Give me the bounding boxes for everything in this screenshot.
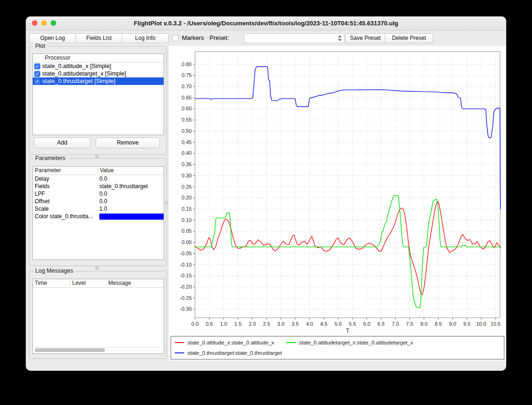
log-horizontal-scrollbar-thumb[interactable] [35, 348, 105, 352]
legend-label: state_0.attitude_x:state_0.attitude_x [187, 340, 274, 345]
svg-text:4.5: 4.5 [320, 321, 327, 327]
svg-text:9.0: 9.0 [449, 321, 456, 327]
svg-text:0.75: 0.75 [182, 72, 192, 78]
splitter-handle-top[interactable] [95, 154, 99, 158]
markers-label: Markers [182, 34, 204, 41]
parameters-panel-title: Parameters [33, 155, 67, 161]
processor-column-header[interactable]: Processor [43, 55, 164, 61]
parameter-row[interactable]: Offset0.0 [33, 198, 164, 205]
log-info-button[interactable]: Log Info [122, 33, 169, 43]
svg-text:-0.05: -0.05 [180, 251, 192, 256]
svg-text:5.5: 5.5 [349, 321, 356, 327]
legend-line-sample-icon [175, 352, 184, 353]
svg-text:0.60: 0.60 [182, 106, 192, 111]
parameter-name: Offset [33, 198, 97, 205]
svg-text:0.70: 0.70 [182, 84, 192, 89]
level-column-header[interactable]: Level [70, 280, 106, 286]
processor-row[interactable]: ✓state_0.attitudetarget_x [Simple] [33, 70, 164, 77]
svg-text:2.0: 2.0 [248, 321, 255, 327]
parameters-panel: Parameters Parameter Value Delay0.0Field… [29, 158, 166, 266]
zoom-window-button[interactable] [51, 20, 56, 26]
parameter-row[interactable]: Fieldsstate_0.thrusttarget [33, 183, 164, 190]
processor-checkbox[interactable]: ✓ [34, 71, 40, 77]
chart-series-line [195, 67, 501, 209]
chart-legend: state_0.attitude_x:state_0.attitude_xsta… [171, 336, 504, 359]
save-preset-button[interactable]: Save Preset [345, 33, 385, 43]
processor-checkbox[interactable]: ✓ [34, 63, 40, 69]
svg-text:8.5: 8.5 [435, 321, 442, 327]
svg-text:0.35: 0.35 [182, 161, 192, 167]
chart-canvas[interactable]: -0.30-0.25-0.20-0.15-0.10-0.050.000.050.… [168, 46, 506, 334]
parameter-row[interactable]: Scale1.0 [33, 205, 164, 213]
log-messages-panel-title: Log Messages [33, 267, 75, 274]
svg-text:9.5: 9.5 [464, 321, 471, 327]
svg-text:-0.10: -0.10 [180, 262, 192, 267]
message-column-header[interactable]: Message [106, 280, 164, 286]
add-button[interactable]: Add [34, 138, 90, 148]
svg-text:0.00: 0.00 [182, 239, 192, 245]
screenshot-stage: FlightPlot v.0.3.2 - /Users/oleg/Documen… [0, 0, 532, 405]
svg-text:-0.25: -0.25 [180, 295, 192, 301]
svg-text:0.05: 0.05 [182, 228, 192, 234]
svg-text:0.30: 0.30 [182, 173, 192, 178]
svg-text:0.5: 0.5 [206, 321, 213, 327]
fields-list-button[interactable]: Fields List [75, 33, 122, 43]
parameters-rows: Delay0.0Fieldsstate_0.thrusttargetLPF0.0… [33, 175, 164, 220]
processor-checkbox-column-header[interactable] [33, 55, 43, 61]
toolbar-button-group: Open Log Fields List Log Info [29, 33, 169, 43]
legend-label: state_0.attitudetarget_x:state_0.attitud… [299, 340, 413, 345]
remove-button[interactable]: Remove [96, 138, 160, 148]
parameter-row[interactable]: Color state_0.thrustta... [33, 213, 164, 220]
splitter-handle-bottom[interactable] [95, 266, 99, 270]
toolbar: Open Log Fields List Log Info Markers Pr… [26, 31, 506, 46]
parameter-name: LPF [33, 191, 97, 197]
svg-text:0.55: 0.55 [182, 117, 192, 122]
preset-label: Preset: [210, 34, 229, 41]
processor-list: ✓state_0.attitude_x [Simple]✓state_0.att… [33, 62, 164, 85]
svg-text:8.0: 8.0 [420, 321, 427, 327]
svg-text:0.45: 0.45 [182, 139, 192, 145]
log-horizontal-scrollbar[interactable] [33, 347, 163, 353]
markers-checkbox[interactable] [172, 35, 179, 41]
parameter-name: Color state_0.thrustta... [33, 213, 97, 220]
svg-text:0.25: 0.25 [182, 184, 192, 190]
svg-text:4.0: 4.0 [306, 321, 313, 327]
processor-row[interactable]: ✓state_0.attitude_x [Simple] [33, 62, 164, 70]
parameter-name: Fields [33, 183, 97, 190]
preset-button-group: Save Preset Delete Preset [345, 33, 433, 43]
processor-row[interactable]: ✓state_0.thrusttarget [Simple] [33, 77, 164, 85]
svg-text:0.50: 0.50 [182, 128, 192, 134]
svg-text:-0.15: -0.15 [180, 273, 192, 278]
parameter-row[interactable]: Delay0.0 [33, 175, 164, 183]
parameter-value[interactable]: 0.0 [97, 191, 164, 197]
color-swatch[interactable] [99, 214, 164, 220]
svg-text:-0.30: -0.30 [180, 306, 192, 312]
value-column-header[interactable]: Value [97, 168, 164, 174]
parameter-value[interactable]: 0.0 [97, 176, 164, 182]
parameter-value[interactable]: 1.0 [97, 206, 164, 212]
preset-combobox[interactable] [244, 33, 345, 43]
svg-text:0.80: 0.80 [182, 61, 192, 67]
chart-panel: -0.30-0.25-0.20-0.15-0.10-0.050.000.050.… [168, 46, 506, 360]
delete-preset-button[interactable]: Delete Preset [385, 33, 433, 43]
minimize-window-button[interactable] [41, 20, 47, 26]
processor-checkbox[interactable]: ✓ [34, 78, 40, 84]
legend-item: state_0.attitude_x:state_0.attitude_x [175, 338, 274, 347]
open-log-button[interactable]: Open Log [29, 33, 76, 43]
parameter-name: Delay [33, 176, 97, 182]
chart-series-line [195, 196, 501, 308]
svg-text:7.0: 7.0 [392, 321, 399, 327]
legend-line-sample-icon [175, 342, 184, 343]
svg-text:6.0: 6.0 [363, 321, 370, 327]
plot-panel-title: Plot [33, 43, 47, 49]
close-window-button[interactable] [32, 20, 37, 26]
parameter-column-header[interactable]: Parameter [33, 168, 97, 174]
svg-text:2.5: 2.5 [263, 321, 270, 327]
parameter-value[interactable] [97, 214, 164, 220]
chart-series-line [195, 201, 501, 295]
parameter-value[interactable]: 0.0 [97, 198, 164, 205]
svg-text:-0.20: -0.20 [180, 284, 192, 290]
time-column-header[interactable]: Time [33, 280, 70, 286]
parameter-value[interactable]: state_0.thrusttarget [97, 183, 164, 190]
parameter-row[interactable]: LPF0.0 [33, 190, 164, 198]
